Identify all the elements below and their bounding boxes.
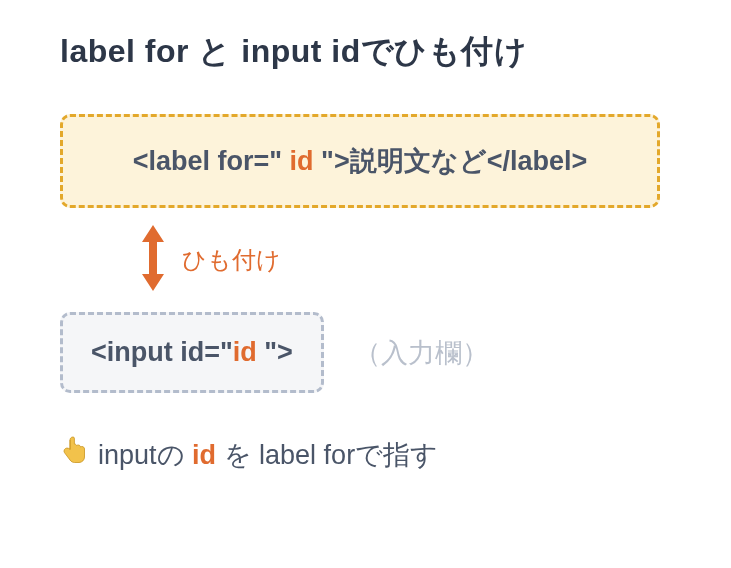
connector-label: ひも付け bbox=[182, 244, 281, 276]
diagram-title: label for と input idでひも付け bbox=[60, 30, 671, 74]
title-part-2: と bbox=[198, 33, 232, 69]
input-tag-close: "> bbox=[264, 337, 293, 367]
input-element-box: <input id="id "> bbox=[60, 312, 324, 393]
label-tag-open: <label for=" bbox=[133, 146, 282, 176]
footer-id-highlight: id bbox=[192, 440, 216, 470]
input-tag-open: <input id=" bbox=[91, 337, 233, 367]
connector-row: ひも付け bbox=[138, 222, 671, 298]
label-content-text: 説明文など bbox=[350, 146, 487, 176]
double-arrow-icon bbox=[138, 222, 168, 298]
footer-post: で指す bbox=[355, 440, 438, 470]
label-for-id-highlight: id bbox=[282, 146, 321, 176]
footer-pre: inputの bbox=[98, 440, 192, 470]
title-part-4: でひも付け bbox=[361, 33, 528, 69]
pointing-finger-icon bbox=[60, 435, 88, 474]
label-element-box: <label for=" id ">説明文など</label> bbox=[60, 114, 660, 208]
label-tag-open-close: "> bbox=[321, 146, 350, 176]
input-id-highlight: id bbox=[233, 337, 265, 367]
label-tag-close: </label> bbox=[487, 146, 588, 176]
footer-text: inputの id を label forで指す bbox=[98, 437, 438, 473]
footer-note: inputの id を label forで指す bbox=[60, 435, 671, 474]
input-placeholder-note: （入力欄） bbox=[354, 335, 489, 371]
input-row: <input id="id "> （入力欄） bbox=[60, 312, 671, 393]
footer-mid: を label for bbox=[216, 440, 355, 470]
title-part-1: label for bbox=[60, 33, 198, 69]
title-part-3: input id bbox=[232, 33, 361, 69]
